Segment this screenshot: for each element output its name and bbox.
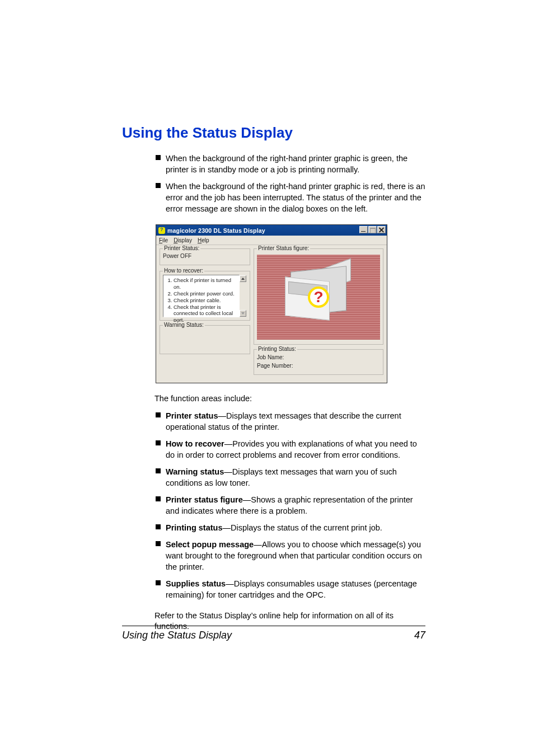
recover-step: Check if printer is turned on. [174, 277, 237, 290]
how-to-recover-text: Check if printer is turned on. Check pri… [163, 275, 240, 317]
close-button[interactable] [377, 226, 386, 233]
printing-status-legend: Printing Status: [257, 346, 297, 352]
intro-bullet-list: When the background of the right-hand pr… [122, 153, 425, 214]
intro-bullet: When the background of the right-hand pr… [156, 153, 425, 175]
footer-title: Using the Status Display [122, 630, 232, 641]
function-area-item: Printer status—Displays text messages th… [156, 410, 425, 433]
function-area-term: Supplies status [166, 579, 226, 588]
job-name-label: Job Name: [257, 354, 380, 360]
window-title: magicolor 2300 DL Status Display [167, 227, 265, 234]
printer-status-figure-legend: Printer Status figure: [257, 245, 310, 251]
function-area-term: Select popup message [166, 540, 254, 549]
printer-status-value: Power OFF [163, 253, 247, 259]
menu-bar: File Display Help [156, 236, 387, 245]
function-area-term: Warning status [166, 467, 224, 476]
footer-rule [122, 626, 425, 626]
footer-page-number: 47 [414, 630, 425, 641]
minimize-button[interactable] [359, 226, 368, 233]
intro-bullet: When the background of the right-hand pr… [156, 181, 425, 214]
menu-display[interactable]: Display [174, 237, 192, 243]
menu-file[interactable]: File [159, 237, 168, 243]
printing-status-group: Printing Status: Job Name: Page Number: [254, 349, 383, 375]
function-area-item: Printing status—Displays the status of t… [156, 522, 425, 533]
scroll-up-button[interactable] [240, 275, 246, 282]
title-bar[interactable]: magicolor 2300 DL Status Display [156, 225, 387, 236]
scroll-down-button[interactable] [240, 310, 246, 317]
recover-step: Check printer cable. [174, 297, 237, 304]
page-heading: Using the Status Display [122, 124, 425, 142]
menu-help[interactable]: Help [198, 237, 209, 243]
status-display-window: magicolor 2300 DL Status Display File Di… [156, 224, 387, 383]
function-area-item: Printer status figure—Shows a graphic re… [156, 494, 425, 516]
printer-status-group: Printer Status: Power OFF [160, 248, 250, 265]
function-area-item: How to recover—Provides you with explana… [156, 438, 425, 461]
page-number-label: Page Number: [257, 363, 380, 369]
function-area-term: Printing status [166, 523, 223, 532]
question-mark-icon [308, 287, 329, 308]
function-areas-intro: The function areas include: [154, 393, 425, 405]
printer-status-figure-group: Printer Status figure: [254, 248, 383, 345]
function-area-term: Printer status [166, 411, 218, 420]
maximize-button[interactable] [368, 226, 377, 233]
how-to-recover-group: How to recover: Check if printer is turn… [160, 271, 250, 321]
function-areas-list: Printer status—Displays text messages th… [122, 410, 425, 600]
function-area-item: Warning status—Displays text messages th… [156, 466, 425, 489]
function-area-term: Printer status figure [166, 495, 243, 504]
recover-step: Check that printer is connected to colle… [174, 304, 237, 324]
recover-step: Check printer power cord. [174, 290, 237, 297]
function-area-desc: —Displays the status of the current prin… [223, 523, 382, 532]
function-area-term: How to recover [166, 439, 224, 448]
warning-status-group: Warning Status: [160, 325, 250, 354]
how-to-recover-legend: How to recover: [163, 267, 204, 274]
printer-status-legend: Printer Status: [163, 245, 200, 251]
app-icon [158, 227, 165, 234]
page-footer: Using the Status Display 47 [122, 626, 425, 641]
function-area-item: Select popup message—Allows you to choos… [156, 539, 425, 572]
function-area-item: Supplies status—Displays consumables usa… [156, 578, 425, 600]
warning-status-legend: Warning Status: [163, 322, 205, 328]
printer-figure [257, 255, 380, 340]
